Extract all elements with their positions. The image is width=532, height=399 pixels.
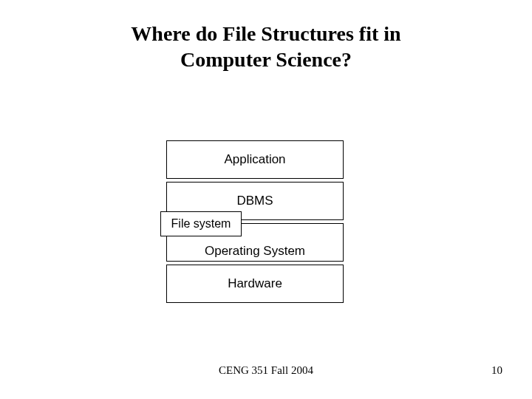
layer-operating-system-label: Operating System <box>166 244 344 259</box>
title-line-2: Computer Science? <box>180 48 352 71</box>
layer-application-label: Application <box>224 152 285 167</box>
layer-os-container: Operating System File system <box>166 223 344 262</box>
layer-hardware: Hardware <box>166 265 344 303</box>
layer-hardware-label: Hardware <box>228 276 282 291</box>
layer-dbms-label: DBMS <box>236 194 273 208</box>
layer-file-system-label: File system <box>171 217 231 231</box>
page-number: 10 <box>491 364 502 377</box>
title-line-1: Where do File Structures fit in <box>131 22 400 45</box>
layer-file-system: File system <box>160 211 242 236</box>
slide-title: Where do File Structures fit in Computer… <box>0 21 532 72</box>
layer-application: Application <box>166 140 344 179</box>
layer-diagram: Application DBMS Operating System File s… <box>166 140 344 306</box>
footer-course: CENG 351 Fall 2004 <box>0 364 532 377</box>
